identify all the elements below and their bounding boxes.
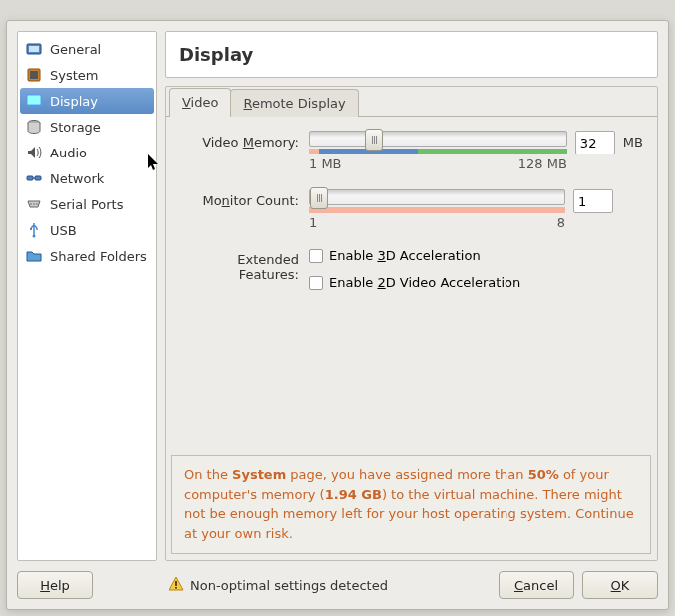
svg-rect-4 bbox=[27, 95, 41, 105]
checkbox-icon[interactable] bbox=[309, 249, 323, 263]
svg-rect-16 bbox=[175, 581, 177, 586]
svg-rect-6 bbox=[30, 107, 38, 108]
sidebar-item-audio[interactable]: Audio bbox=[20, 140, 154, 165]
general-icon bbox=[26, 41, 42, 57]
enable-2d-label: Enable 2D Video Acceleration bbox=[329, 275, 520, 290]
video-memory-min: 1 MB bbox=[309, 156, 342, 171]
status-message: Non-optimal settings detected bbox=[169, 576, 388, 595]
tab-bar: Video Remote Display bbox=[166, 87, 657, 117]
dialog-footer: Help Non-optimal settings detected Cance… bbox=[17, 561, 658, 599]
video-memory-label: Video Memory: bbox=[179, 131, 309, 150]
video-memory-max: 128 MB bbox=[518, 156, 567, 171]
svg-rect-3 bbox=[30, 71, 38, 79]
monitor-count-label: Monitor Count: bbox=[179, 189, 309, 208]
svg-point-13 bbox=[33, 235, 36, 238]
sidebar-item-label: Serial Ports bbox=[50, 197, 123, 212]
sidebar-item-label: Audio bbox=[50, 146, 87, 160]
sidebar-item-label: USB bbox=[50, 223, 77, 238]
extended-features-row: Extended Features: Enable 3D Acceleratio… bbox=[179, 248, 643, 302]
settings-dialog: General System Display Storage Audio Net… bbox=[6, 20, 669, 610]
sidebar-item-network[interactable]: Network bbox=[20, 165, 154, 191]
sidebar-item-display[interactable]: Display bbox=[20, 88, 154, 114]
svg-rect-5 bbox=[32, 105, 36, 107]
ok-button[interactable]: OK bbox=[582, 571, 658, 599]
video-memory-unit: MB bbox=[623, 131, 643, 150]
svg-point-15 bbox=[36, 228, 38, 230]
monitor-count-row: Monitor Count: 18 bbox=[179, 189, 643, 230]
sidebar-item-serial-ports[interactable]: Serial Ports bbox=[20, 191, 154, 217]
page-title-box: Display bbox=[165, 31, 658, 78]
audio-icon bbox=[26, 145, 42, 160]
sidebar-item-shared-folders[interactable]: Shared Folders bbox=[20, 243, 154, 269]
svg-rect-8 bbox=[27, 176, 33, 180]
usb-icon bbox=[26, 222, 42, 238]
monitor-count-slider[interactable] bbox=[309, 189, 565, 205]
video-memory-row: Video Memory: 1 MB128 MB MB bbox=[179, 131, 643, 171]
category-sidebar: General System Display Storage Audio Net… bbox=[17, 31, 157, 561]
sidebar-item-storage[interactable]: Storage bbox=[20, 114, 154, 140]
sidebar-item-usb[interactable]: USB bbox=[20, 217, 154, 243]
enable-3d-row[interactable]: Enable 3D Acceleration bbox=[309, 248, 481, 263]
sidebar-item-label: Display bbox=[50, 94, 98, 109]
page-title: Display bbox=[179, 44, 643, 65]
checkbox-icon[interactable] bbox=[309, 276, 323, 290]
svg-rect-17 bbox=[175, 587, 177, 589]
system-icon bbox=[26, 67, 42, 83]
svg-point-11 bbox=[33, 203, 35, 205]
folder-icon bbox=[26, 248, 42, 264]
svg-rect-9 bbox=[35, 176, 41, 180]
sidebar-item-system[interactable]: System bbox=[20, 62, 154, 88]
warning-icon bbox=[169, 576, 184, 595]
video-memory-input[interactable] bbox=[575, 131, 615, 154]
svg-point-12 bbox=[36, 203, 38, 205]
help-button[interactable]: Help bbox=[17, 571, 93, 599]
extended-features-label: Extended Features: bbox=[179, 248, 309, 282]
sidebar-item-label: Network bbox=[50, 171, 104, 186]
enable-3d-label: Enable 3D Acceleration bbox=[329, 248, 481, 263]
slider-thumb-icon[interactable] bbox=[365, 129, 383, 151]
sidebar-item-label: General bbox=[50, 42, 101, 57]
svg-rect-1 bbox=[29, 46, 39, 52]
tab-video[interactable]: Video bbox=[169, 88, 231, 117]
sidebar-item-label: Storage bbox=[50, 120, 101, 135]
sidebar-item-general[interactable]: General bbox=[20, 36, 154, 62]
slider-thumb-icon[interactable] bbox=[310, 187, 328, 209]
sidebar-item-label: Shared Folders bbox=[50, 249, 147, 264]
network-icon bbox=[26, 170, 42, 186]
storage-icon bbox=[26, 119, 42, 135]
tab-remote-display[interactable]: Remote Display bbox=[230, 89, 358, 117]
video-memory-slider[interactable] bbox=[309, 131, 567, 147]
monitor-count-min: 1 bbox=[309, 215, 317, 230]
sidebar-item-label: System bbox=[50, 68, 98, 83]
monitor-count-max: 8 bbox=[557, 215, 565, 230]
warning-box: On the System page, you have assigned mo… bbox=[171, 455, 651, 554]
svg-rect-14 bbox=[30, 228, 32, 230]
svg-point-10 bbox=[30, 203, 32, 205]
enable-2d-row[interactable]: Enable 2D Video Acceleration bbox=[309, 275, 520, 290]
display-icon bbox=[26, 93, 42, 109]
monitor-count-input[interactable] bbox=[573, 189, 613, 213]
cancel-button[interactable]: Cancel bbox=[499, 571, 574, 599]
serial-icon bbox=[26, 196, 42, 212]
